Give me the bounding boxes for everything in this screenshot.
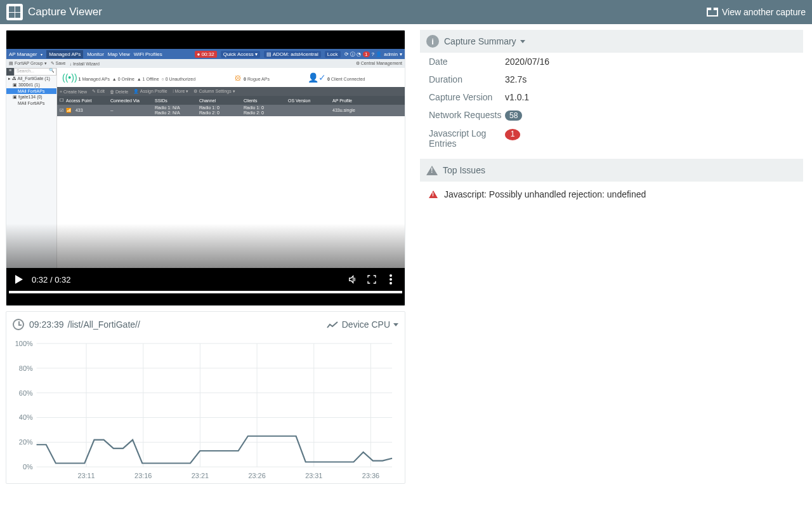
volume-icon[interactable] (348, 274, 358, 284)
duration-label: Duration (429, 74, 505, 84)
video-seek-track[interactable] (9, 291, 402, 293)
top-issues-title: Top Issues (443, 165, 485, 175)
metric-selector[interactable]: Device CPU (342, 319, 398, 330)
more-icon[interactable] (386, 274, 396, 284)
date-value: 2020/07/16 (505, 57, 549, 67)
svg-text:100%: 100% (15, 340, 33, 347)
shot-menu-map: Map View (108, 51, 130, 57)
play-button[interactable] (15, 275, 23, 284)
warning-icon (426, 166, 438, 175)
error-icon (429, 190, 438, 198)
shot-menu-managed: Managed APs (46, 50, 83, 58)
svg-text:23:21: 23:21 (192, 472, 209, 479)
jslog-badge[interactable]: 1 (505, 129, 520, 140)
chevron-down-icon (393, 323, 398, 326)
view-another-label: View another capture (722, 7, 806, 17)
svg-text:23:16: 23:16 (134, 472, 152, 479)
shot-stats: ((•)) 1 Managed APs ▲ 0 Online ▲ 1 Offli… (57, 68, 405, 87)
svg-text:0%: 0% (23, 463, 33, 471)
svg-text:23:26: 23:26 (248, 472, 265, 479)
shot-lock: Lock (325, 51, 341, 58)
shot-menu-monitor: Monitor (87, 51, 104, 57)
trendline-icon (327, 321, 338, 328)
svg-point-2 (390, 282, 392, 284)
svg-text:20%: 20% (19, 438, 33, 446)
info-icon: i (426, 35, 439, 48)
chevron-down-icon (520, 40, 525, 43)
shot-topright-icons: ⟳ ⓘ ◔ 1 ? 👤 admin ▾ (344, 51, 402, 58)
video-player: AP Manager▾ Managed APs Monitor Map View… (6, 30, 405, 306)
app-logo (6, 4, 23, 20)
summary-header[interactable]: i Capture Summary (420, 30, 803, 53)
chart-timestamp: 09:23:39 (29, 319, 64, 330)
svg-text:23:11: 23:11 (77, 472, 95, 479)
shot-menu-wifi: WiFi Profiles (134, 51, 162, 57)
shot-app-menu: AP Manager (9, 51, 37, 57)
svg-text:80%: 80% (19, 364, 33, 372)
date-label: Date (429, 57, 505, 67)
svg-text:23:31: 23:31 (305, 472, 322, 479)
summary-title: Capture Summary (444, 36, 516, 46)
shot-search-input (14, 68, 56, 76)
fullscreen-icon[interactable] (367, 274, 377, 284)
shot-quick-access: Quick Access ▾ (221, 51, 260, 58)
shot-adom: ▤ ADOM: adst4central (264, 51, 321, 58)
shot-toolbar: ▤ FortiAP Group ▾ ✎ Save ↓ Install Wizar… (6, 59, 405, 68)
svg-text:23:36: 23:36 (362, 472, 379, 479)
svg-point-0 (390, 274, 392, 277)
shot-table-header: ☐ Access Point Connected Via SSIDs Chann… (57, 96, 405, 105)
topbar: Capture Viewer View another capture (0, 0, 812, 24)
chart-path: /list/All_FortiGate// (68, 319, 140, 330)
svg-text:40%: 40% (19, 414, 33, 422)
issue-text: Javascript: Possibly unhandled rejection… (444, 189, 646, 199)
network-badge[interactable]: 58 (505, 110, 522, 121)
shot-rec-badge: ● 00:32 (195, 51, 217, 58)
jslog-label: Javascript Log Entries (429, 128, 505, 149)
version-label: Capture Version (429, 92, 505, 102)
shot-actions: + Create New ✎ Edit 🗑 Delete 👤 Assign Pr… (57, 87, 405, 96)
shot-menubar: AP Manager▾ Managed APs Monitor Map View… (6, 49, 405, 59)
svg-text:60%: 60% (19, 389, 33, 397)
top-issues-header: Top Issues (420, 159, 803, 182)
version-value: v1.0.1 (505, 92, 529, 102)
cpu-chart: 0%20%40%60%80%100%23:1123:1623:2123:2623… (9, 340, 398, 481)
clapperboard-icon (707, 8, 718, 17)
duration-value: 32.7s (505, 74, 527, 84)
view-another-capture-link[interactable]: View another capture (707, 7, 806, 17)
clock-icon (13, 319, 24, 330)
network-label: Network Requests (429, 110, 505, 121)
shot-table-row: ☑ 📶 433 -- Radio 1: N/A Radio 2: N/A Rad… (57, 105, 405, 116)
chart-panel: 09:23:39 /list/All_FortiGate// Device CP… (6, 311, 405, 484)
metric-label: Device CPU (342, 319, 390, 330)
svg-point-1 (390, 278, 392, 281)
issue-row[interactable]: Javascript: Possibly unhandled rejection… (420, 182, 803, 207)
video-time-display: 0:32 / 0:32 (32, 275, 70, 284)
app-title: Capture Viewer (28, 6, 102, 18)
